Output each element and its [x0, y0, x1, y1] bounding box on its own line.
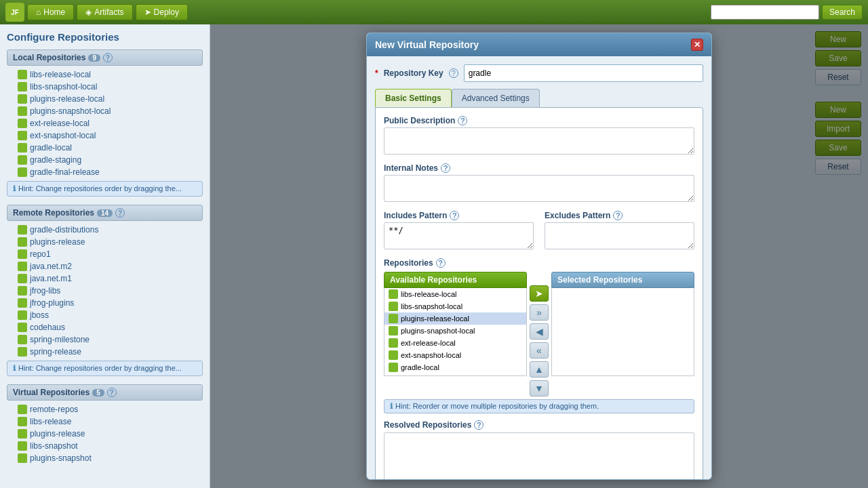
local-repos-help-icon[interactable]: ? — [103, 53, 113, 62]
repo-key-input[interactable] — [464, 64, 703, 82]
sidebar-item-plugins-release[interactable]: plugins-release — [7, 236, 203, 248]
excludes-pattern-input[interactable] — [545, 222, 694, 249]
sidebar-item-plugins-release-local[interactable]: plugins-release-local — [7, 93, 203, 105]
home-nav-button[interactable]: ⌂ Home — [27, 4, 74, 20]
available-repos-container: Available Repositories libs-release-loca… — [384, 272, 527, 376]
sidebar-item-plugins-snapshot[interactable]: plugins-snapshot — [7, 452, 203, 464]
deploy-icon: ➤ — [144, 7, 151, 17]
repo-icon — [18, 347, 27, 357]
local-repos-header[interactable]: Local Repositories 9 ? — [7, 49, 203, 66]
remote-repos-header[interactable]: Remote Repositories 14 ? — [7, 205, 203, 221]
sidebar-item-jfrog-libs[interactable]: jfrog-libs — [7, 285, 203, 297]
tab-advanced-settings[interactable]: Advanced Settings — [452, 89, 540, 107]
internal-notes-help-icon[interactable]: ? — [441, 163, 450, 173]
repo-icon — [18, 429, 27, 439]
repo-icon — [18, 70, 27, 79]
list-item[interactable]: plugins-snapshot-local — [384, 325, 526, 337]
resolved-repos-box — [384, 432, 694, 480]
move-all-left-button[interactable]: « — [530, 342, 549, 359]
sidebar-item-java-net-m2[interactable]: java.net.m2 — [7, 260, 203, 272]
sidebar-item-java-net-m1[interactable]: java.net.m1 — [7, 272, 203, 285]
sidebar: Configure Repositories Local Repositorie… — [0, 24, 210, 488]
sidebar-item-spring-release[interactable]: spring-release — [7, 346, 203, 358]
home-icon: ⌂ — [36, 7, 41, 17]
repo-icon — [18, 94, 27, 104]
repositories-help-icon[interactable]: ? — [436, 258, 446, 268]
move-down-button[interactable]: ▼ — [530, 380, 549, 396]
repo-icon — [389, 314, 398, 323]
list-item[interactable]: ext-snapshot-local — [384, 349, 526, 361]
virtual-repos-header[interactable]: Virtual Repositories 5 ? — [7, 384, 203, 401]
sidebar-item-gradle-staging[interactable]: gradle-staging — [7, 154, 203, 166]
sidebar-item-jboss[interactable]: jboss — [7, 309, 203, 321]
repo-icon — [18, 82, 27, 92]
virtual-repos-label: Virtual Repositories — [13, 388, 90, 397]
required-indicator: * — [375, 68, 378, 78]
tab-basic-settings[interactable]: Basic Settings — [375, 89, 452, 107]
available-repos-list[interactable]: libs-release-local libs-snapshot-local — [384, 288, 527, 376]
sidebar-item-gradle-distributions[interactable]: gradle-distributions — [7, 224, 203, 236]
move-all-right-button[interactable]: » — [530, 304, 549, 321]
hint-icon: ℹ — [13, 184, 16, 193]
sidebar-item-ext-snapshot-local[interactable]: ext-snapshot-local — [7, 129, 203, 142]
sidebar-item-libs-release-local[interactable]: libs-release-local — [7, 68, 203, 81]
sidebar-item-plugins-release-virtual[interactable]: plugins-release — [7, 428, 203, 440]
resolved-repos-section: Resolved Repositories ? — [384, 420, 694, 480]
repo-icon — [18, 155, 27, 165]
sidebar-item-repo1[interactable]: repo1 — [7, 248, 203, 260]
move-left-button[interactable]: ◀ — [530, 323, 549, 340]
includes-pattern-help-icon[interactable]: ? — [450, 211, 459, 220]
selected-repos-list[interactable] — [551, 288, 694, 376]
repo-icon — [18, 225, 27, 235]
repo-key-help-icon[interactable]: ? — [449, 68, 458, 78]
repo-key-row: * Repository Key ? — [375, 64, 703, 82]
sidebar-item-libs-snapshot-local[interactable]: libs-snapshot-local — [7, 81, 203, 93]
repo-icon — [18, 106, 27, 116]
modal-close-button[interactable]: ✕ — [691, 39, 703, 51]
sidebar-item-plugins-snapshot-local[interactable]: plugins-snapshot-local — [7, 105, 203, 117]
logo-text: JF — [11, 9, 19, 16]
repo-icon — [18, 298, 27, 308]
artifacts-nav-button[interactable]: ◈ Artifacts — [77, 4, 132, 20]
sidebar-item-remote-repos[interactable]: remote-repos — [7, 403, 203, 415]
sidebar-item-libs-snapshot[interactable]: libs-snapshot — [7, 440, 203, 452]
repo-icon — [18, 453, 27, 463]
move-up-button[interactable]: ▲ — [530, 361, 549, 378]
search-box: Search — [711, 5, 863, 20]
sidebar-item-libs-release[interactable]: libs-release — [7, 415, 203, 428]
remote-repos-help-icon[interactable]: ? — [115, 208, 125, 218]
list-item[interactable]: gradle-local — [384, 361, 526, 373]
includes-pattern-input[interactable]: **/ — [384, 222, 534, 249]
transfer-buttons: ➤ » ◀ « ▲ ▼ — [530, 272, 549, 396]
excludes-pattern-label: Excludes Pattern ? — [545, 211, 694, 220]
public-description-input[interactable] — [384, 127, 694, 155]
internal-notes-input[interactable] — [384, 175, 694, 202]
list-item[interactable]: ext-release-local — [384, 337, 526, 349]
public-description-field: Public Description ? — [384, 116, 694, 157]
search-button[interactable]: Search — [822, 5, 863, 20]
sidebar-item-jfrog-plugins[interactable]: jfrog-plugins — [7, 297, 203, 309]
sidebar-item-spring-milestone[interactable]: spring-milestone — [7, 333, 203, 346]
local-repos-section: Local Repositories 9 ? libs-release-loca… — [7, 49, 203, 197]
app-logo: JF — [5, 3, 24, 22]
repo-icon — [18, 131, 27, 140]
repo-icon — [18, 310, 27, 320]
repo-icon — [18, 274, 27, 283]
list-item[interactable]: libs-release-local — [384, 288, 526, 300]
list-item[interactable]: plugins-release-local — [384, 312, 526, 325]
sidebar-item-ext-release-local[interactable]: ext-release-local — [7, 117, 203, 129]
public-desc-help-icon[interactable]: ? — [458, 116, 467, 125]
virtual-repos-help-icon[interactable]: ? — [107, 388, 117, 397]
resolved-repos-help-icon[interactable]: ? — [474, 420, 484, 430]
deploy-nav-button[interactable]: ➤ Deploy — [136, 4, 188, 20]
move-right-button[interactable]: ➤ — [530, 285, 549, 302]
sidebar-item-codehaus[interactable]: codehaus — [7, 321, 203, 333]
search-input[interactable] — [711, 5, 819, 20]
repo-icon — [389, 302, 398, 311]
sidebar-item-gradle-local[interactable]: gradle-local — [7, 142, 203, 154]
repo-icon — [18, 262, 27, 271]
excludes-pattern-help-icon[interactable]: ? — [613, 211, 623, 220]
sidebar-item-gradle-final-release[interactable]: gradle-final-release — [7, 166, 203, 178]
list-item[interactable]: libs-snapshot-local — [384, 300, 526, 312]
available-repos-header: Available Repositories — [384, 272, 527, 288]
